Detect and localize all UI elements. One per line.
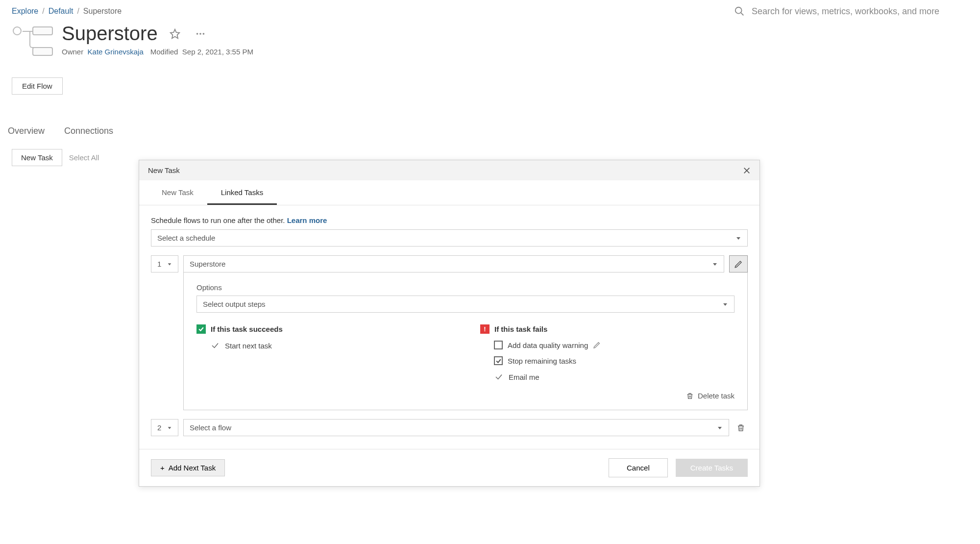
learn-more-link[interactable]: Learn more <box>287 216 327 224</box>
delete-task-label: Delete task <box>698 392 735 400</box>
search-input[interactable] <box>752 6 967 17</box>
email-me-option[interactable]: Email me <box>480 372 735 382</box>
dialog-tabs: New Task Linked Tasks <box>139 180 760 205</box>
modified-value: Sep 2, 2021, 3:55 PM <box>182 48 253 56</box>
new-task-button[interactable]: New Task <box>12 149 62 166</box>
star-icon[interactable] <box>167 25 183 42</box>
search-bar <box>734 6 967 17</box>
breadcrumb-sep: / <box>77 7 79 16</box>
success-heading: If this task succeeds <box>211 325 283 333</box>
breadcrumb-sep: / <box>42 7 44 16</box>
task2-index: 2 <box>157 423 161 432</box>
add-warning-option[interactable]: Add data quality warning <box>480 341 735 349</box>
caret-down-icon <box>717 425 723 431</box>
svg-marker-13 <box>718 427 722 429</box>
success-badge-icon <box>196 324 206 334</box>
check-icon <box>494 372 504 382</box>
task1-options-panel: Options Select output steps If this task… <box>183 272 748 410</box>
pencil-icon <box>734 260 743 269</box>
svg-marker-2 <box>171 29 179 38</box>
breadcrumb-explore[interactable]: Explore <box>12 7 38 16</box>
cancel-button[interactable]: Cancel <box>609 458 668 477</box>
svg-marker-9 <box>168 263 172 265</box>
owner-link[interactable]: Kate Grinevskaja <box>88 48 144 56</box>
caret-down-icon <box>712 261 718 267</box>
svg-point-3 <box>196 33 198 35</box>
plus-icon: + <box>160 464 165 472</box>
tab-connections[interactable]: Connections <box>64 126 113 141</box>
check-icon <box>210 341 220 350</box>
svg-point-0 <box>735 7 742 14</box>
task2-delete-button[interactable] <box>734 419 748 436</box>
dialog-tab-new-task[interactable]: New Task <box>148 180 207 205</box>
more-icon[interactable] <box>192 25 209 42</box>
checkbox-unchecked-icon <box>494 341 503 349</box>
checkbox-checked-icon <box>494 356 503 365</box>
start-next-task-option[interactable]: Start next task <box>196 341 451 350</box>
stop-remaining-option[interactable]: Stop remaining tasks <box>480 356 735 365</box>
page-tabs: Overview Connections <box>0 126 980 141</box>
output-steps-placeholder: Select output steps <box>203 300 266 308</box>
trash-icon <box>736 423 745 432</box>
select-all-button[interactable]: Select All <box>69 153 99 162</box>
search-icon[interactable] <box>734 6 745 17</box>
start-next-label: Start next task <box>225 342 272 350</box>
flow-thumbnail-icon <box>12 25 53 56</box>
edit-flow-button[interactable]: Edit Flow <box>12 77 63 95</box>
task1-flow-select[interactable]: Superstore <box>183 255 724 272</box>
dialog-tab-linked-tasks[interactable]: Linked Tasks <box>207 180 277 205</box>
stop-remaining-label: Stop remaining tasks <box>508 357 576 365</box>
modified-label: Modified <box>150 48 178 56</box>
add-next-task-button[interactable]: + Add Next Task <box>151 459 225 476</box>
task2-flow-placeholder: Select a flow <box>190 423 231 432</box>
task2-order-select[interactable]: 2 <box>151 419 178 436</box>
svg-marker-8 <box>736 237 740 240</box>
delete-task-button[interactable]: Delete task <box>196 392 735 400</box>
caret-down-icon <box>722 301 728 307</box>
caret-down-icon <box>167 262 172 267</box>
options-label: Options <box>196 283 735 292</box>
dialog-title: New Task <box>148 166 180 174</box>
svg-point-4 <box>199 33 201 35</box>
svg-marker-11 <box>723 303 727 306</box>
task1-index: 1 <box>157 260 161 268</box>
svg-marker-10 <box>713 263 717 266</box>
breadcrumb-default[interactable]: Default <box>49 7 74 16</box>
tab-overview[interactable]: Overview <box>8 126 45 141</box>
page-header: Superstore Owner Kate Grinevskaja Modifi… <box>0 20 980 63</box>
output-steps-select[interactable]: Select output steps <box>196 296 735 313</box>
info-text: Schedule flows to run one after the othe… <box>151 216 287 224</box>
task1-flow-value: Superstore <box>190 260 225 268</box>
add-warning-label: Add data quality warning <box>508 341 588 349</box>
caret-down-icon <box>735 235 741 241</box>
add-next-label: Add Next Task <box>169 464 216 472</box>
close-icon[interactable] <box>743 167 751 174</box>
schedule-select[interactable]: Select a schedule <box>151 229 748 247</box>
task1-order-select[interactable]: 1 <box>151 255 178 272</box>
breadcrumb-current: Superstore <box>83 7 122 16</box>
email-me-label: Email me <box>509 373 539 381</box>
task2-flow-select[interactable]: Select a flow <box>183 419 729 436</box>
create-tasks-button: Create Tasks <box>676 459 748 477</box>
svg-marker-12 <box>168 427 172 429</box>
owner-label: Owner <box>62 48 83 56</box>
fail-heading: If this task fails <box>494 325 547 333</box>
schedule-placeholder: Select a schedule <box>157 234 215 242</box>
caret-down-icon <box>167 425 172 430</box>
trash-icon <box>686 392 694 400</box>
task1-edit-button[interactable] <box>729 255 748 272</box>
pencil-icon[interactable] <box>593 341 601 349</box>
fail-badge-icon: ! <box>480 324 490 334</box>
svg-point-5 <box>202 33 204 35</box>
new-task-dialog: New Task New Task Linked Tasks Schedule … <box>139 160 760 487</box>
page-title: Superstore <box>62 23 158 45</box>
svg-line-1 <box>741 13 743 15</box>
